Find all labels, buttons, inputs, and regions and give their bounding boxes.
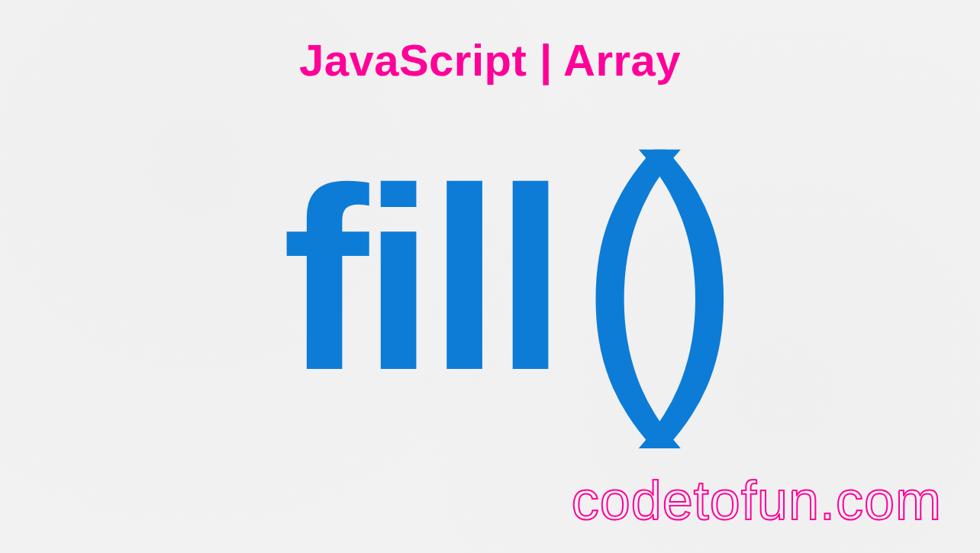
method-parentheses: () [575,111,698,432]
page-heading: JavaScript | Array [299,34,681,86]
main-method-name: fill () [282,118,698,439]
method-word: fill [282,149,561,409]
site-watermark: codetofun.com [572,469,942,532]
